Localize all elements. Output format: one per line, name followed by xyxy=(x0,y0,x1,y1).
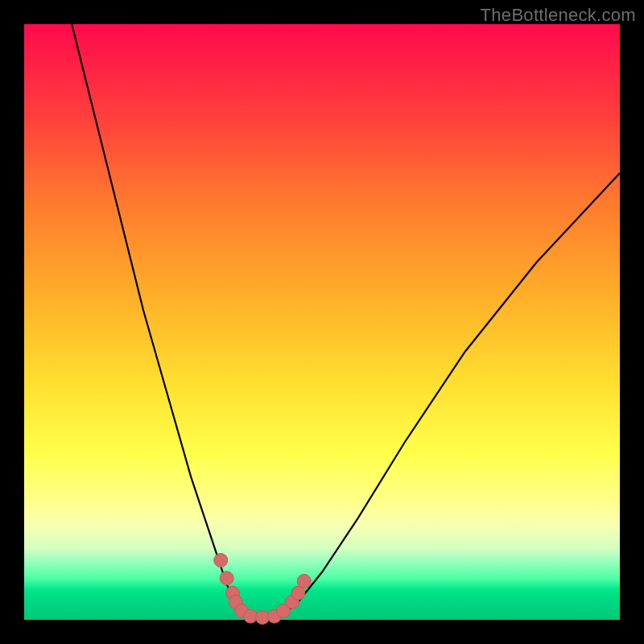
chart-svg xyxy=(24,24,620,620)
left-curve xyxy=(72,24,245,617)
chart-frame: TheBottleneck.com xyxy=(0,0,644,644)
valley-dots-group xyxy=(214,554,312,625)
watermark-text: TheBottleneck.com xyxy=(481,5,636,26)
valley-dot xyxy=(297,574,311,588)
right-curve xyxy=(280,173,620,617)
plot-area xyxy=(24,24,620,620)
valley-dot xyxy=(220,572,233,585)
valley-dot xyxy=(214,554,228,568)
